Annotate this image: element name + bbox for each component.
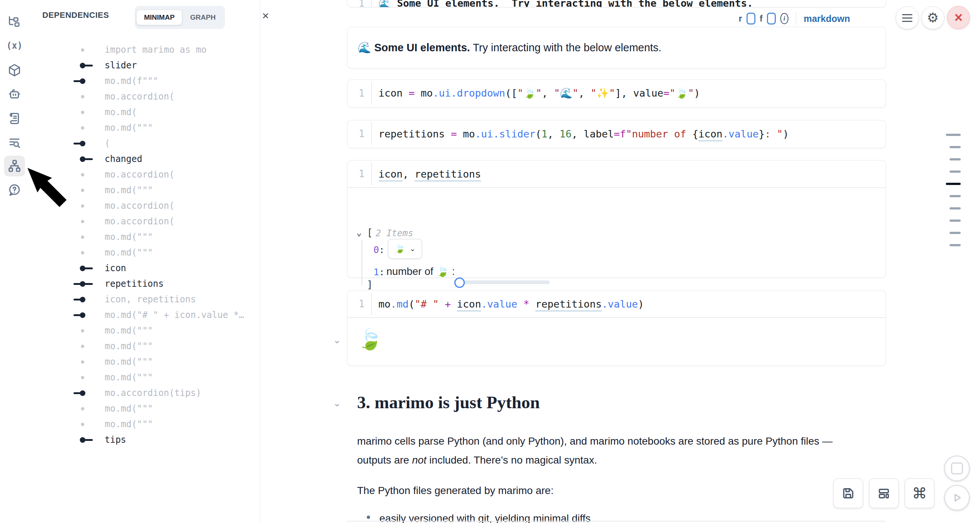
minimap-item[interactable]: changed <box>29 151 259 167</box>
markdown-output-text: 🌊 Some UI elements. Try interacting with… <box>358 41 886 54</box>
minimap-node-inout-icon <box>73 281 94 287</box>
run-button[interactable] <box>944 485 970 511</box>
mouse-cursor <box>27 168 69 209</box>
code-editor-line[interactable]: icon = mo.ui.dropdown(["🍃", "🌊", "✨"], v… <box>379 87 700 99</box>
dropdown-select[interactable]: 🍃 ⌄ <box>388 239 422 259</box>
minimap-item[interactable]: mo.md("# " + icon.value *… <box>29 307 259 323</box>
format-toggle-label: f <box>760 14 763 24</box>
shutdown-button[interactable]: × <box>947 6 970 29</box>
clipped-code-cell[interactable]: 1 🌊 Some UI elements. Try interacting wi… <box>347 0 886 8</box>
close-panel-icon[interactable]: × <box>262 10 269 22</box>
code-token: mo <box>421 87 433 99</box>
tab-minimap[interactable]: MINIMAP <box>137 10 182 25</box>
code-cell-slider[interactable]: 1 repetitions = mo.ui.slider(1, 16, labe… <box>347 120 886 148</box>
gutter-divider <box>371 0 372 8</box>
tree-item-count: 2 Items <box>375 228 413 238</box>
cell-collapse-chevron[interactable]: ⌄ <box>333 334 341 346</box>
tracker-dash[interactable] <box>950 232 961 234</box>
code-cell-tuple[interactable]: 1 icon, repetitions ⌄ [ 2 Items 0: 🍃 ⌄ 1… <box>347 160 886 278</box>
minimap-item[interactable]: mo.md(""" <box>29 229 259 245</box>
sidebar-item-packages[interactable] <box>4 60 25 81</box>
minimap-item[interactable]: mo.md(""" <box>29 416 259 432</box>
markdown-output-cell[interactable]: 🌊 Some UI elements. Try interacting with… <box>347 27 886 69</box>
robot-icon <box>8 87 21 100</box>
minimap-item[interactable]: mo.md(""" <box>29 370 259 385</box>
minimap-item[interactable]: tips <box>29 432 259 448</box>
tab-graph[interactable]: GRAPH <box>183 10 223 25</box>
tracker-dash[interactable] <box>950 244 961 246</box>
shortcuts-button[interactable]: ⌘ <box>905 478 934 508</box>
tracker-dash[interactable] <box>950 207 961 209</box>
slider-track[interactable] <box>454 281 550 284</box>
sidebar-item-dependencies[interactable] <box>4 156 25 177</box>
tracker-dash[interactable] <box>950 195 961 197</box>
minimap-item[interactable]: mo.md(""" <box>29 120 259 136</box>
tracker-dash[interactable] <box>946 134 961 136</box>
command-icon: ⌘ <box>912 485 927 502</box>
minimap-item[interactable]: icon, repetitions <box>29 292 259 307</box>
minimap-node-in-icon <box>73 390 94 396</box>
minimap-item-label: repetitions <box>105 279 164 289</box>
code-token: icon <box>698 128 722 142</box>
minimap-item-label: icon, repetitions <box>105 294 196 305</box>
minimap-node-dot-icon <box>73 125 94 131</box>
minimap-node-dot-icon <box>73 218 94 224</box>
code-token: ([ <box>505 87 517 99</box>
code-editor-line[interactable]: mo.md("# " + icon.value * repetitions.va… <box>379 298 644 310</box>
minimap-item-label: mo.md(""" <box>105 357 153 367</box>
clipped-code-text: 🌊 Some UI elements. Try interacting with… <box>379 0 753 8</box>
minimap-item-label: mo.md(""" <box>105 123 153 133</box>
minimap-item[interactable]: mo.md( <box>29 104 259 120</box>
tree-collapse-icon[interactable]: ⌄ <box>356 227 361 238</box>
code-editor-line[interactable]: icon, repetitions <box>379 168 481 180</box>
minimap-item[interactable]: mo.md(f""" <box>29 73 259 89</box>
section-collapse-chevron[interactable]: ⌄ <box>333 397 341 409</box>
tracker-dash[interactable] <box>950 146 961 148</box>
info-icon[interactable]: i <box>780 13 789 24</box>
minimap-item[interactable]: import marimo as mo <box>29 42 259 57</box>
language-badge[interactable]: markdown <box>804 13 850 24</box>
code-cell-dropdown[interactable]: 1 icon = mo.ui.dropdown(["🍃", "🌊", "✨"],… <box>347 80 886 108</box>
tree-close-bracket: ] <box>367 279 373 290</box>
minimap-item[interactable]: mo.accordion( <box>29 214 259 229</box>
sidebar-item-snippets[interactable] <box>4 108 25 129</box>
code-token: "🍃" <box>669 87 694 99</box>
minimap-item[interactable]: mo.accordion(tips) <box>29 385 259 401</box>
minimap-item[interactable]: mo.md(""" <box>29 401 259 416</box>
run-toggle-checkbox[interactable] <box>746 13 756 24</box>
code-cell-md-heading[interactable]: 1 mo.md("# " + icon.value * repetitions.… <box>347 290 886 366</box>
sidebar-item-ai-assistant[interactable] <box>4 84 25 104</box>
settings-button[interactable]: ⚙ <box>921 6 944 29</box>
sidebar-item-logs[interactable] <box>4 132 25 153</box>
minimap-item[interactable]: mo.md(""" <box>29 245 259 260</box>
code-token: + <box>445 298 457 310</box>
tracker-dash-active[interactable] <box>946 183 961 185</box>
sidebar-item-file-tree[interactable] <box>4 11 25 32</box>
minimap-node-out-icon <box>73 265 94 271</box>
save-button[interactable] <box>834 478 863 508</box>
file-tree-icon <box>8 14 21 28</box>
slider-thumb[interactable] <box>454 277 465 288</box>
layout-button[interactable] <box>869 478 899 508</box>
stop-button[interactable] <box>944 455 970 482</box>
minimap-item[interactable]: mo.md(""" <box>29 354 259 370</box>
format-toggle-checkbox[interactable] <box>767 13 776 24</box>
minimap-item[interactable]: repetitions <box>29 276 259 292</box>
code-token: , <box>403 168 415 180</box>
minimap-item-label: mo.accordion( <box>105 169 175 180</box>
tracker-dash[interactable] <box>950 171 961 173</box>
sidebar-item-help[interactable] <box>4 180 25 201</box>
minimap-item[interactable]: ( <box>29 136 259 151</box>
minimap-item[interactable]: mo.md(""" <box>29 338 259 354</box>
tracker-dash[interactable] <box>950 220 961 222</box>
minimap-item[interactable]: mo.accordion( <box>29 89 259 104</box>
minimap-item[interactable]: slider <box>29 57 259 73</box>
code-token: repetitions <box>535 298 602 312</box>
code-editor-line[interactable]: repetitions = mo.ui.slider(1, 16, label=… <box>379 128 789 140</box>
code-token: mo <box>463 128 475 140</box>
sidebar-item-variables[interactable]: (x) <box>4 35 25 56</box>
notebook-menu-button[interactable] <box>896 6 919 29</box>
tracker-dash[interactable] <box>950 158 961 161</box>
minimap-item[interactable]: mo.md(""" <box>29 323 259 338</box>
minimap-item[interactable]: icon <box>29 260 259 276</box>
